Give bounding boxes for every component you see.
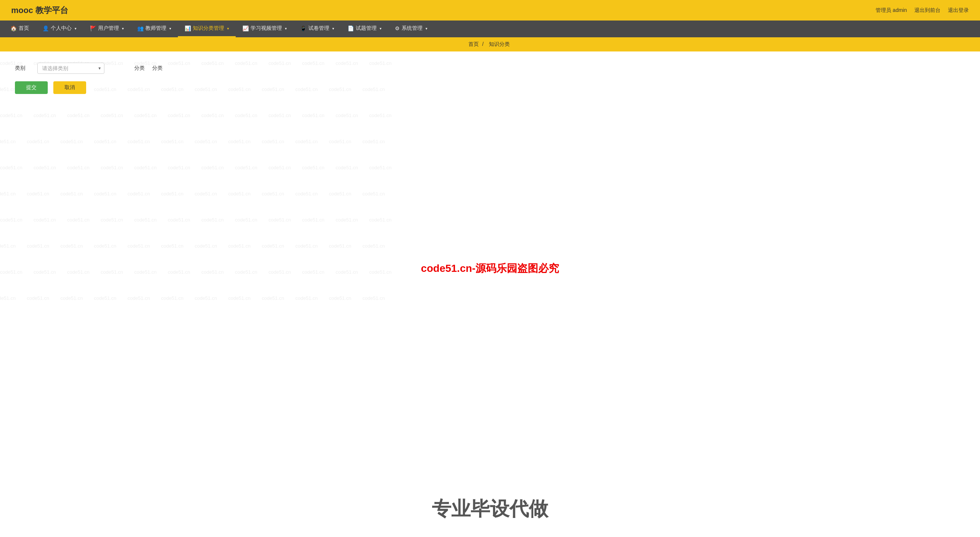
nav-knowledge-label: 知识分类管理 xyxy=(193,25,224,32)
nav-item-exams[interactable]: 📱 试卷管理 ▾ xyxy=(293,21,341,37)
exam-icon: 📱 xyxy=(300,25,307,31)
nav-item-personal[interactable]: 👤 个人中心 ▾ xyxy=(36,21,83,37)
logout-button[interactable]: 退出登录 xyxy=(948,7,969,14)
chevron-down-icon: ▾ xyxy=(75,27,76,30)
classification-label: 分类 xyxy=(134,65,145,71)
cancel-button[interactable]: 取消 xyxy=(53,81,86,94)
flag-icon: 🚩 xyxy=(90,25,96,31)
back-to-frontend[interactable]: 退出到前台 xyxy=(914,7,940,14)
nav-bar: 🏠 首页 👤 个人中心 ▾ 🚩 用户管理 ▾ 👥 教师管理 ▾ 📊 知识分类管理… xyxy=(0,21,980,37)
nav-teachers-label: 教师管理 xyxy=(145,25,166,32)
chevron-down-icon-3: ▾ xyxy=(169,27,171,30)
person-icon: 👤 xyxy=(43,25,49,31)
chart-icon: 📊 xyxy=(185,25,191,31)
nav-item-home[interactable]: 🏠 首页 xyxy=(4,21,36,37)
chevron-down-icon-5: ▾ xyxy=(285,27,287,30)
breadcrumb-current: 知识分类 xyxy=(489,41,510,47)
header: mooc 教学平台 管理员 admin 退出到前台 退出登录 xyxy=(0,0,980,21)
chevron-down-icon-8: ▾ xyxy=(425,27,427,30)
main-content: 类别 请选择类别 ▾ 分类 分类 提交 取消 xyxy=(0,51,980,105)
category-row: 类别 请选择类别 ▾ 分类 分类 xyxy=(15,63,965,74)
nav-item-knowledge[interactable]: 📊 知识分类管理 ▾ xyxy=(178,21,235,37)
breadcrumb-bar: 首页 / 知识分类 xyxy=(0,37,980,51)
teacher-icon: 👥 xyxy=(137,25,143,31)
nav-exams-label: 试卷管理 xyxy=(309,25,329,32)
nav-item-videos[interactable]: 📈 学习视频管理 ▾ xyxy=(235,21,293,37)
category-select[interactable]: 请选择类别 xyxy=(37,63,104,74)
chevron-down-icon-2: ▾ xyxy=(122,27,124,30)
chevron-down-icon-6: ▾ xyxy=(332,27,334,30)
nav-item-system[interactable]: ⚙ 系统管理 ▾ xyxy=(388,21,434,37)
nav-personal-label: 个人中心 xyxy=(51,25,72,32)
nav-home-label: 首页 xyxy=(19,25,29,32)
breadcrumb-separator: / xyxy=(482,41,484,47)
home-icon: 🏠 xyxy=(10,25,17,31)
admin-label: 管理员 admin xyxy=(876,7,907,14)
nav-questions-label: 试题管理 xyxy=(356,25,377,32)
gear-icon: ⚙ xyxy=(395,25,400,31)
nav-item-questions[interactable]: 📄 试题管理 ▾ xyxy=(341,21,388,37)
nav-users-label: 用户管理 xyxy=(98,25,119,32)
classification-input-label: 分类 xyxy=(152,65,162,71)
button-row: 提交 取消 xyxy=(15,81,965,94)
submit-button[interactable]: 提交 xyxy=(15,81,48,94)
nav-videos-label: 学习视频管理 xyxy=(251,25,282,32)
nav-system-label: 系统管理 xyxy=(402,25,423,32)
app-logo: mooc 教学平台 xyxy=(11,5,68,16)
chevron-down-icon-4: ▾ xyxy=(227,27,229,30)
question-icon: 📄 xyxy=(348,25,354,31)
header-actions: 管理员 admin 退出到前台 退出登录 xyxy=(876,7,969,14)
category-label: 类别 xyxy=(15,65,30,71)
chevron-down-icon-7: ▾ xyxy=(380,27,382,30)
nav-item-users[interactable]: 🚩 用户管理 ▾ xyxy=(83,21,130,37)
category-select-wrapper: 请选择类别 ▾ xyxy=(37,63,104,74)
nav-item-teachers[interactable]: 👥 教师管理 ▾ xyxy=(130,21,178,37)
video-icon: 📈 xyxy=(242,25,249,31)
breadcrumb-home[interactable]: 首页 xyxy=(468,41,479,47)
